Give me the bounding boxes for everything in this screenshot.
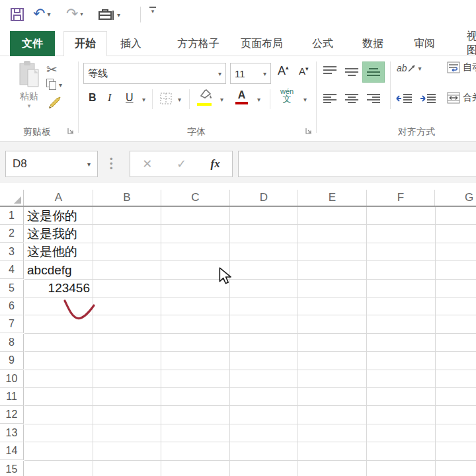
decrease-font-size-button[interactable]: A▾ — [299, 65, 309, 77]
paste-button[interactable]: 粘贴 ▾ — [15, 60, 44, 112]
increase-indent-button[interactable] — [419, 93, 436, 106]
row-header-15[interactable]: 15 — [0, 461, 24, 476]
row-header-9[interactable]: 9 — [0, 352, 24, 370]
phonetic-guide-button[interactable]: wén 文 — [280, 88, 294, 102]
phonetic-dropdown-arrow[interactable]: ▾ — [303, 96, 307, 103]
cell-A3[interactable]: 这是他的 — [27, 243, 93, 261]
merge-center-button[interactable]: 合并后居中 — [447, 92, 476, 104]
clipboard-dialog-launcher-icon[interactable] — [67, 128, 74, 134]
tab-formulas[interactable]: 公式 — [305, 31, 340, 56]
wrap-text-button[interactable]: 自动换行 — [447, 61, 476, 73]
orientation-button[interactable]: ab ▾ — [397, 63, 422, 73]
column-header-F[interactable]: F — [367, 190, 435, 206]
merge-center-label: 合并后居中 — [463, 92, 476, 104]
select-all-button[interactable] — [0, 190, 24, 206]
row-header-13[interactable]: 13 — [0, 424, 24, 442]
tab-insert[interactable]: 插入 — [114, 31, 148, 56]
row-header-8[interactable]: 8 — [0, 334, 24, 352]
italic-button[interactable]: I — [108, 92, 111, 104]
row-header-1[interactable]: 1 — [0, 207, 24, 225]
fill-color-dropdown-arrow[interactable]: ▾ — [220, 96, 223, 103]
tab-view[interactable]: 视图 — [460, 31, 476, 56]
tab-data[interactable]: 数据 — [356, 31, 390, 56]
align-center-icon — [344, 93, 359, 104]
row-header-5[interactable]: 5 — [0, 280, 24, 298]
format-painter-button[interactable] — [48, 96, 62, 112]
small-divider — [189, 89, 190, 109]
top-align-button[interactable] — [323, 65, 337, 79]
row-header-10[interactable]: 10 — [0, 370, 24, 388]
redo-dropdown-arrow[interactable]: ▾ — [80, 11, 83, 17]
fill-color-icon — [197, 89, 213, 100]
middle-align-button[interactable] — [344, 67, 359, 80]
customize-qat-button[interactable]: ▾ — [149, 7, 156, 14]
row-header-2[interactable]: 2 — [0, 225, 24, 243]
tab-fangfanggezi[interactable]: 方方格子 — [171, 31, 226, 56]
orientation-dropdown-arrow[interactable]: ▾ — [418, 65, 422, 72]
formula-bar-resize-handle[interactable]: ••• — [110, 157, 113, 171]
cancel-icon[interactable]: ✕ — [142, 157, 152, 171]
insert-function-button[interactable]: fx — [211, 157, 220, 171]
cell-area[interactable]: 这是你的 这是我的 这是他的 abcdefg 123456 — [24, 207, 476, 476]
tab-home[interactable]: 开始 — [63, 31, 107, 56]
align-left-icon — [323, 93, 337, 104]
undo-button[interactable]: ↶ ▾ — [33, 7, 50, 21]
column-header-D[interactable]: D — [230, 190, 298, 206]
copy-button[interactable]: ▾ — [46, 79, 62, 91]
toolbox-dropdown-arrow[interactable]: ▾ — [117, 11, 120, 19]
font-size-dropdown-arrow[interactable]: ▾ — [263, 70, 266, 77]
small-divider — [152, 89, 153, 109]
name-box[interactable]: D8 ▾ — [5, 151, 98, 177]
cell-A4[interactable]: abcdefg — [27, 261, 93, 279]
align-right-button[interactable] — [366, 93, 381, 106]
font-color-button[interactable]: A — [235, 89, 248, 104]
column-header-B[interactable]: B — [93, 190, 161, 206]
font-name-dropdown-arrow[interactable]: ▾ — [218, 70, 221, 77]
cell-A2[interactable]: 这是我的 — [27, 225, 93, 243]
bold-button[interactable]: B — [89, 92, 97, 104]
paste-dropdown-arrow[interactable]: ▾ — [15, 102, 44, 109]
bottom-align-button[interactable] — [362, 61, 385, 83]
row-header-7[interactable]: 7 — [0, 315, 24, 333]
name-box-dropdown-arrow[interactable]: ▾ — [87, 161, 91, 168]
tab-page-layout[interactable]: 页面布局 — [234, 31, 290, 56]
row-header-6[interactable]: 6 — [0, 298, 24, 315]
column-header-C[interactable]: C — [161, 190, 230, 206]
align-center-button[interactable] — [344, 93, 359, 106]
cut-button[interactable]: ✂ — [46, 61, 58, 77]
copy-dropdown-arrow[interactable]: ▾ — [59, 81, 62, 89]
save-button[interactable] — [9, 7, 25, 22]
borders-button[interactable] — [160, 93, 172, 107]
tab-file[interactable]: 文件 — [10, 31, 55, 56]
wrap-text-icon — [447, 61, 460, 73]
column-header-E[interactable]: E — [298, 190, 367, 206]
mouse-cursor — [218, 267, 233, 284]
row-header-14[interactable]: 14 — [0, 442, 24, 460]
enter-icon[interactable]: ✓ — [177, 157, 186, 171]
toolbox-button[interactable]: ▾ — [98, 7, 120, 22]
row-header-12[interactable]: 12 — [0, 406, 24, 424]
redo-button[interactable]: ↷ ▾ — [66, 7, 83, 21]
row-header-3[interactable]: 3 — [0, 243, 24, 261]
decrease-indent-button[interactable] — [395, 93, 413, 106]
borders-dropdown-arrow[interactable]: ▾ — [178, 96, 181, 103]
font-color-dropdown-arrow[interactable]: ▾ — [257, 96, 260, 103]
font-dialog-launcher-icon[interactable] — [305, 128, 312, 134]
tab-review[interactable]: 审阅 — [407, 31, 442, 56]
increase-font-size-button[interactable]: A▴ — [278, 64, 289, 78]
cell-A1[interactable]: 这是你的 — [27, 207, 93, 225]
row-header-11[interactable]: 11 — [0, 388, 24, 406]
paste-icon — [18, 60, 40, 88]
column-header-G[interactable]: G — [435, 190, 476, 206]
align-left-button[interactable] — [323, 93, 337, 106]
underline-dropdown-arrow[interactable]: ▾ — [142, 96, 145, 103]
row-header-4[interactable]: 4 — [0, 261, 24, 279]
undo-dropdown-arrow[interactable]: ▾ — [47, 11, 50, 18]
formula-input[interactable] — [238, 151, 476, 177]
fill-color-button[interactable] — [197, 89, 213, 106]
font-size-combo[interactable]: 11 ▾ — [230, 63, 271, 84]
toolbox-icon — [98, 7, 115, 22]
font-name-combo[interactable]: 等线 ▾ — [83, 63, 226, 84]
column-header-A[interactable]: A — [24, 190, 93, 206]
underline-button[interactable]: U — [126, 92, 134, 104]
